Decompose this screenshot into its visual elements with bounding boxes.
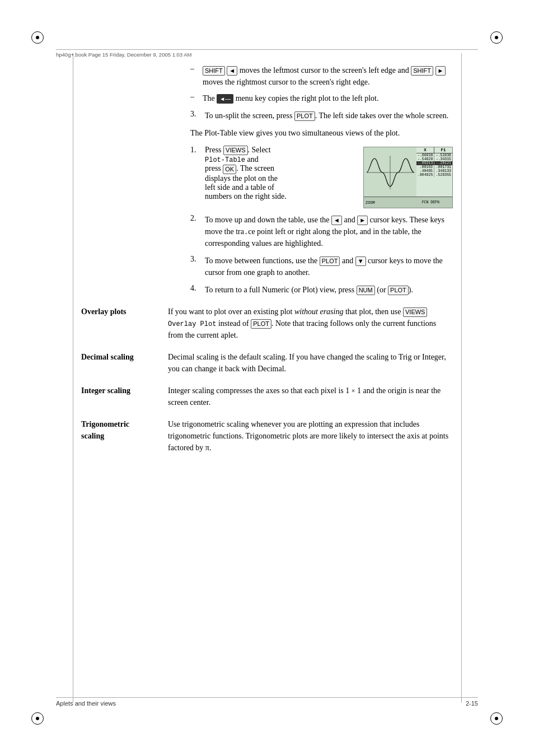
shift-key-1: SHIFT — [203, 66, 225, 76]
ok-key: OK — [223, 165, 236, 174]
section-decimal: Decimal scaling Decimal scaling is the d… — [81, 351, 453, 375]
col-x: X — [416, 147, 434, 153]
table-row-5: .40465 .348133 — [416, 169, 452, 173]
table-row-4: .00163 .001731 — [416, 165, 452, 169]
vline-right — [461, 53, 462, 703]
footer-line: Aplets and their views 2-15 — [56, 697, 478, 707]
step3b-text: To move between functions, use the PLOT … — [205, 255, 453, 278]
step2-item: 2. To move up and down the table, use th… — [190, 214, 453, 249]
plot-key-4: PLOT — [251, 319, 271, 329]
section-trig: Trigonometricscaling Use trigonometric s… — [81, 418, 453, 454]
down-key: ▼ — [355, 256, 366, 266]
right-arrow-key-1: ► — [435, 66, 446, 76]
table-area: X F1 -.60938 -.52836 -.54828 -.34315 - — [416, 147, 452, 197]
step1-text-prefix: Press VIEWS. Select — [205, 146, 271, 154]
step4-num: 4. — [190, 284, 202, 293]
views-key-2: VIEWS — [403, 307, 427, 317]
table-header: X F1 — [416, 147, 452, 153]
section-overlay: Overlay plots If you want to plot over a… — [81, 306, 453, 341]
step1-container: 1. Press VIEWS. Select Plot-Table and pr… — [190, 146, 363, 207]
sections-area: Overlay plots If you want to plot over a… — [81, 306, 453, 454]
left-arrow-key-1: ◄ — [227, 66, 237, 76]
overlay-body: If you want to plot over an existing plo… — [168, 306, 453, 341]
step3-num: 3. — [190, 110, 202, 119]
right-key-2: ► — [357, 216, 368, 225]
step3-unsplit: 3. To un-split the screen, press PLOT. T… — [190, 110, 453, 122]
step3-text: To un-split the screen, press PLOT. The … — [205, 110, 453, 122]
plot-table-intro: The Plot-Table view gives you two simult… — [190, 127, 453, 139]
header-line: hp40g+.book Page 15 Friday, December 9, … — [56, 49, 478, 58]
overlay-label: Overlay plots — [81, 306, 168, 318]
table-row-3-highlight: -.09313 -.20121 — [416, 161, 452, 165]
page: hp40g+.book Page 15 Friday, December 9, … — [0, 0, 534, 756]
td-f1-4: .001731 — [434, 165, 452, 169]
td-x-4: .00163 — [416, 165, 434, 169]
td-f1-6: .528355 — [434, 173, 452, 177]
bottom-zoom: ZOOM — [364, 200, 409, 205]
trig-body: Use trigonometric scaling whenever you a… — [168, 418, 453, 454]
step2-text: To move up and down the table, use the ◄… — [205, 214, 453, 249]
section-integer: Integer scaling Integer scaling compress… — [81, 385, 453, 408]
times-sym: × — [352, 387, 355, 395]
step1-item: 1. Press VIEWS. Select Plot-Table and pr… — [190, 146, 363, 201]
step1-num: 1. — [190, 146, 202, 155]
step1-numbers: numbers on the right side. — [205, 192, 287, 200]
vline-left — [73, 53, 73, 703]
menu-key: ◄— — [217, 94, 233, 104]
graph-area — [364, 147, 417, 197]
step1-body: Press VIEWS. Select Plot-Table and press… — [205, 146, 287, 201]
bullet-text-2: The ◄— menu key copies the right plot to… — [203, 92, 453, 104]
bottom-fcn: FCN DEFN — [409, 200, 453, 204]
step1-press-ok: press OK. The screen — [205, 164, 274, 172]
table-row-6: .804925 .528355 — [416, 173, 452, 177]
table-row-2: -.54828 -.34315 — [416, 157, 452, 161]
trig-label: Trigonometricscaling — [81, 418, 168, 442]
corner-mark-br — [490, 712, 503, 725]
num-key: NUM — [357, 286, 375, 295]
plot-table-step1: 1. Press VIEWS. Select Plot-Table and pr… — [190, 146, 453, 208]
step1-and: and — [247, 155, 259, 164]
step1-display-text: displays the plot on the — [205, 174, 278, 183]
integer-body: Integer scaling compresses the axes so t… — [168, 385, 453, 408]
left-key-2: ◄ — [331, 216, 342, 225]
col-f1: F1 — [434, 147, 452, 153]
footer-left: Aplets and their views — [56, 700, 116, 707]
td-x-1: -.60938 — [416, 153, 434, 157]
content-area: – SHIFT ◄ moves the leftmost cursor to t… — [81, 64, 453, 694]
step1-left-side: left side and a table of — [205, 183, 274, 192]
td-x-2: -.54828 — [416, 157, 434, 161]
bullet-item-2: – The ◄— menu key copies the right plot … — [190, 92, 453, 104]
step1-code: Plot-Table — [205, 156, 245, 164]
td-x-3: -.09313 — [416, 161, 434, 165]
screen-bottom: ZOOM FCN DEFN — [364, 197, 452, 208]
step4-item: 4. To return to a full Numeric (or Plot)… — [190, 284, 453, 296]
views-key-1: VIEWS — [223, 146, 247, 155]
corner-mark-tr — [490, 31, 503, 44]
plot-key-2: PLOT — [320, 256, 340, 266]
plot-key-3: PLOT — [388, 286, 409, 295]
overlay-code: Overlay Plot — [168, 320, 216, 328]
td-f1-1: -.52836 — [434, 153, 452, 157]
footer-right: 2-15 — [466, 700, 478, 707]
bullet-dash-1: – — [190, 64, 200, 73]
td-x-5: .40465 — [416, 169, 434, 173]
step4-text: To return to a full Numeric (or Plot) vi… — [205, 284, 453, 296]
table-row-1: -.60938 -.52836 — [416, 153, 452, 157]
td-x-6: .804925 — [416, 173, 434, 177]
screen-mockup: X F1 -.60938 -.52836 -.54828 -.34315 - — [363, 147, 453, 208]
step2-num: 2. — [190, 214, 202, 223]
bullet-text-1: SHIFT ◄ moves the leftmost cursor to the… — [203, 64, 453, 88]
integer-label: Integer scaling — [81, 385, 168, 396]
td-f1-2: -.34315 — [434, 157, 452, 161]
bullet-dash-2: – — [190, 92, 200, 101]
decimal-label: Decimal scaling — [81, 351, 168, 363]
shift-key-2: SHIFT — [411, 66, 433, 76]
overlay-italic: without erasing — [294, 307, 344, 316]
decimal-body: Decimal scaling is the default scaling. … — [168, 351, 453, 375]
step3-functions: 3. To move between functions, use the PL… — [190, 255, 453, 278]
td-f1-5: .348133 — [434, 169, 452, 173]
trace-dot: . — [244, 228, 248, 236]
plot-key-1: PLOT — [294, 111, 315, 121]
corner-mark-tl — [31, 31, 44, 44]
bullet-section: – SHIFT ◄ moves the leftmost cursor to t… — [190, 64, 453, 296]
